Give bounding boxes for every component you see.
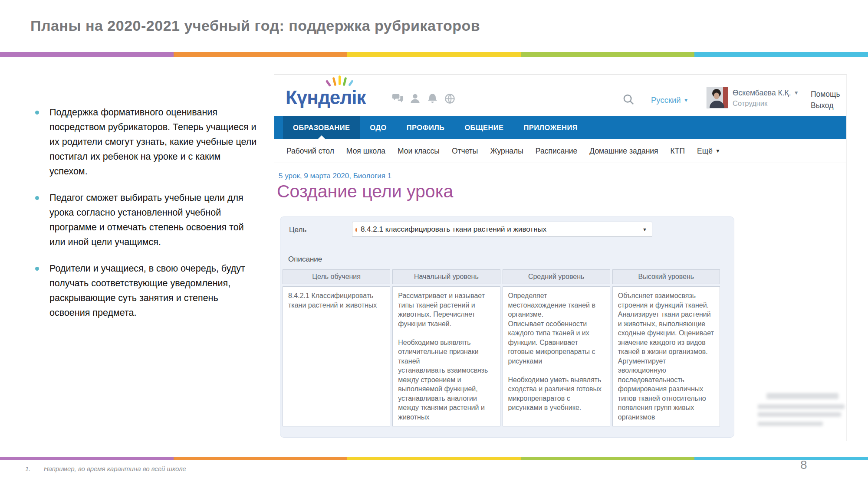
subnav-desktop[interactable]: Рабочий стол bbox=[286, 147, 334, 156]
subnav-schedule[interactable]: Расписание bbox=[536, 147, 577, 156]
search-icon[interactable] bbox=[622, 93, 635, 106]
divider-stripe-top bbox=[0, 52, 868, 57]
tab-profile[interactable]: ПРОФИЛЬ bbox=[397, 116, 455, 139]
bullet-item: Поддержка формативного оценивания посред… bbox=[34, 105, 257, 179]
avatar[interactable] bbox=[707, 87, 728, 108]
subnav-more[interactable]: Ещё▼ bbox=[697, 147, 720, 156]
stripe-segment bbox=[174, 457, 347, 460]
kundelik-logo[interactable]: Күнделік bbox=[286, 77, 381, 114]
col-header-goal: Цель обучения bbox=[283, 269, 390, 284]
rubric-table: Цель обучения Начальный уровень Средний … bbox=[280, 267, 722, 429]
page-title: Создание цели урока bbox=[277, 181, 453, 202]
network-icon[interactable] bbox=[444, 93, 456, 105]
subnav-homework[interactable]: Домашние задания bbox=[589, 147, 658, 156]
description-label: Описание bbox=[288, 255, 322, 264]
language-label: Русский bbox=[651, 95, 681, 105]
chevron-down-icon: ▼ bbox=[715, 148, 720, 154]
col-header-medium: Средний уровень bbox=[503, 269, 610, 284]
bullet-list: Поддержка формативного оценивания посред… bbox=[34, 105, 257, 332]
stripe-segment bbox=[694, 52, 868, 57]
header-links: Помощь Выход bbox=[811, 88, 840, 111]
slide: Планы на 2020-2021 учебный год: поддержк… bbox=[0, 0, 868, 488]
subnav-journals[interactable]: Журналы bbox=[490, 147, 523, 156]
stripe-segment bbox=[0, 457, 174, 460]
bullet-item: Педагог сможет выбирать учебные цели для… bbox=[34, 190, 257, 249]
tab-communication[interactable]: ОБЩЕНИЕ bbox=[454, 116, 513, 139]
user-menu[interactable]: Өскембаева К.Қ.▼ Сотрудник bbox=[733, 88, 799, 108]
user-name: Өскембаева К.Қ. bbox=[733, 88, 791, 97]
goal-label: Цель bbox=[289, 226, 306, 234]
subnav-my-school[interactable]: Моя школа bbox=[346, 147, 385, 156]
logout-link[interactable]: Выход bbox=[811, 100, 840, 111]
divider-stripe-bottom bbox=[0, 457, 868, 460]
stripe-segment bbox=[347, 457, 521, 460]
chevron-down-icon: ▼ bbox=[684, 97, 689, 103]
goal-select[interactable]: 8.4.2.1 классифицировать ткани растений … bbox=[352, 222, 652, 237]
page-number: 8 bbox=[800, 458, 807, 472]
table-row: 8.4.2.1 Классифицировать ткани растений … bbox=[283, 286, 720, 426]
bullet-item: Родители и учащиеся, в свою очередь, буд… bbox=[34, 261, 257, 320]
language-selector[interactable]: Русский▼ bbox=[651, 95, 689, 105]
cell-basic-level: Рассматривает и называет типы тканей рас… bbox=[392, 286, 500, 426]
table-header-row: Цель обучения Начальный уровень Средний … bbox=[283, 269, 720, 284]
logo-text: Күнделік bbox=[286, 87, 366, 108]
notifications-icon[interactable] bbox=[427, 93, 438, 105]
footnote-marker: 1. bbox=[25, 465, 31, 472]
subnav-reports[interactable]: Отчеты bbox=[452, 147, 478, 156]
lesson-goal-panel: Цель 8.4.2.1 классифицировать ткани раст… bbox=[280, 216, 734, 438]
tab-applications[interactable]: ПРИЛОЖЕНИЯ bbox=[513, 116, 587, 139]
footnote-text: Например, во время карантина во всей шко… bbox=[44, 465, 186, 472]
breadcrumb[interactable]: 5 урок, 9 марта 2020, Биология 1 bbox=[279, 172, 391, 180]
stripe-segment bbox=[521, 52, 694, 57]
cell-goal: 8.4.2.1 Классифицировать ткани растений … bbox=[283, 286, 390, 426]
stripe-segment bbox=[694, 457, 868, 460]
tab-education[interactable]: ОБРАЗОВАНИЕ bbox=[283, 116, 360, 139]
stripe-segment bbox=[347, 52, 521, 57]
chevron-down-icon: ▼ bbox=[794, 90, 799, 96]
subnav-ktp[interactable]: КТП bbox=[671, 147, 685, 156]
col-header-high: Высокий уровень bbox=[612, 269, 720, 284]
blurred-watermark bbox=[754, 390, 848, 429]
subnav-my-classes[interactable]: Мои классы bbox=[398, 147, 440, 156]
header-icon-bar bbox=[392, 93, 456, 105]
footnote: 1. Например, во время карантина во всей … bbox=[25, 465, 186, 472]
messages-icon[interactable] bbox=[392, 93, 404, 105]
stripe-segment bbox=[174, 52, 347, 57]
cell-high-level: Объясняет взаимосвязь строения и функций… bbox=[612, 286, 720, 426]
profile-icon[interactable] bbox=[409, 93, 421, 105]
stripe-segment bbox=[0, 52, 174, 57]
sub-navbar: Рабочий стол Моя школа Мои классы Отчеты… bbox=[274, 139, 846, 163]
user-role: Сотрудник bbox=[733, 99, 799, 108]
slide-title: Планы на 2020-2021 учебный год: поддержк… bbox=[30, 17, 480, 34]
app-screenshot: Күнделік bbox=[274, 74, 847, 441]
help-link[interactable]: Помощь bbox=[811, 88, 840, 100]
goal-select-value: 8.4.2.1 классифицировать ткани растений … bbox=[361, 225, 546, 234]
stripe-segment bbox=[521, 457, 694, 460]
tab-odo[interactable]: ОДО bbox=[360, 116, 396, 139]
cell-medium-level: Определяет местонахождение тканей в орга… bbox=[503, 286, 610, 426]
main-navbar: ОБРАЗОВАНИЕ ОДО ПРОФИЛЬ ОБЩЕНИЕ ПРИЛОЖЕН… bbox=[274, 116, 846, 139]
chevron-down-icon: ▼ bbox=[642, 227, 647, 232]
col-header-basic: Начальный уровень bbox=[392, 269, 500, 284]
